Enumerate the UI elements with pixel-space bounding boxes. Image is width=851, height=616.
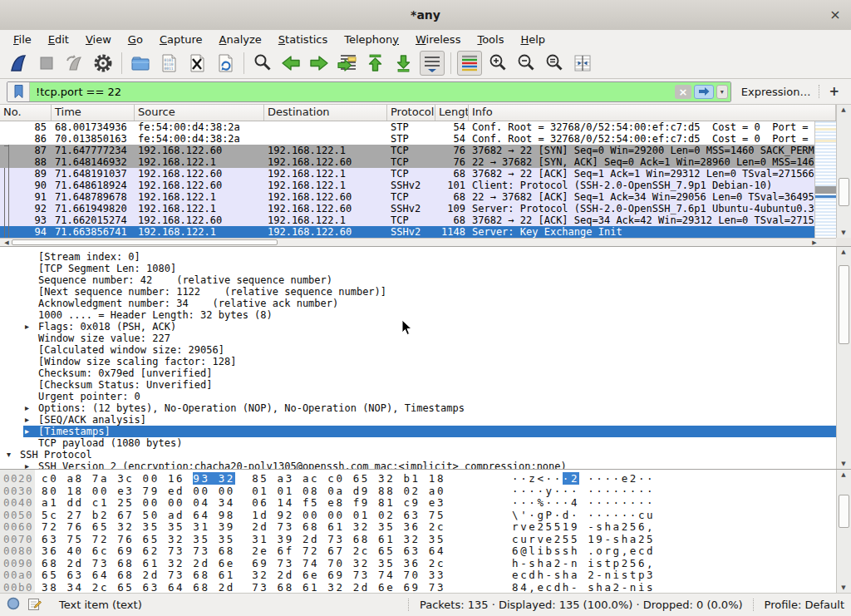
- hex-row[interactable]: 0040a1 dd c1 25 00 00 04 34 06 14 f5 e8 …: [0, 497, 836, 510]
- open-file-button[interactable]: [128, 51, 153, 76]
- packet-row[interactable]: 8971.648191037192.168.122.60192.168.122.…: [0, 168, 814, 180]
- capture-options-button[interactable]: [91, 51, 116, 76]
- go-to-packet-button[interactable]: [335, 51, 360, 76]
- tree-collapsed-icon[interactable]: ▸: [25, 426, 29, 437]
- packet-row[interactable]: 8670.013850163fe:54:00:d4:38:2aSTP54Conf…: [0, 133, 814, 145]
- detail-line[interactable]: [Checksum Status: Unverified]: [0, 379, 836, 391]
- hex-row[interactable]: 006072 76 65 32 35 35 31 39 2d 73 68 61 …: [0, 521, 836, 534]
- hex-row[interactable]: 00505c 27 b2 67 50 ad 64 98 1d 92 00 00 …: [0, 510, 836, 522]
- menu-analyze[interactable]: Analyze: [211, 32, 270, 47]
- detail-line[interactable]: Sequence number: 42 (relative sequence n…: [0, 274, 836, 286]
- menu-capture[interactable]: Capture: [151, 32, 211, 47]
- detail-line[interactable]: ▸[SEQ/ACK analysis]: [0, 414, 836, 426]
- hex-row[interactable]: 00b038 34 2c 65 63 64 68 2d 73 68 61 32 …: [0, 582, 836, 594]
- menu-edit[interactable]: Edit: [40, 32, 77, 47]
- hex-row[interactable]: 009068 2d 73 68 61 32 2d 6e 69 73 74 70 …: [0, 558, 836, 570]
- column-header-no[interactable]: No.: [0, 105, 52, 121]
- column-header-protocol[interactable]: Protocol: [387, 105, 435, 121]
- detail-line[interactable]: Acknowledgment number: 34 (relative ack …: [0, 298, 836, 309]
- packet-list-vscrollbar[interactable]: ▲ ▼: [836, 105, 851, 238]
- auto-scroll-button[interactable]: [420, 51, 445, 76]
- find-packet-button[interactable]: [250, 51, 275, 76]
- filter-dropdown-button[interactable]: ▾: [716, 85, 728, 99]
- hex-row[interactable]: 00a065 63 64 68 2d 73 68 61 32 2d 6e 69 …: [0, 569, 836, 582]
- detail-line[interactable]: [Calculated window size: 29056]: [0, 344, 836, 356]
- scroll-thumb[interactable]: [839, 178, 849, 206]
- colorize-button[interactable]: [457, 51, 482, 76]
- stop-capture-button[interactable]: [34, 51, 59, 76]
- display-filter-box[interactable]: !tcp.port == 22 × ▾: [7, 81, 731, 102]
- intelligent-scrollbar-minimap[interactable]: [814, 121, 836, 238]
- titlebar[interactable]: *any ×: [0, 0, 851, 31]
- detail-line[interactable]: 1000 .... = Header Length: 32 bytes (8): [0, 309, 836, 321]
- restart-capture-button[interactable]: [62, 51, 87, 76]
- zoom-in-button[interactable]: [485, 51, 510, 76]
- column-header-time[interactable]: Time: [52, 105, 135, 121]
- add-filter-button[interactable]: +: [829, 84, 839, 99]
- packet-list-hscrollbar[interactable]: ◀ ▶: [0, 238, 836, 246]
- reload-file-button[interactable]: [213, 51, 238, 76]
- column-header-info[interactable]: Info: [469, 105, 836, 121]
- detail-line[interactable]: ▸Options: (12 bytes), No-Operation (NOP)…: [0, 402, 836, 414]
- detail-line[interactable]: [Window size scaling factor: 128]: [0, 356, 836, 367]
- menu-go[interactable]: Go: [120, 32, 151, 47]
- packet-row[interactable]: 9171.648789678192.168.122.1192.168.122.6…: [0, 191, 814, 203]
- packet-list-header[interactable]: No.TimeSourceDestinationProtocolLengthIn…: [0, 105, 836, 121]
- resize-columns-button[interactable]: [570, 51, 595, 76]
- detail-line[interactable]: TCP payload (1080 bytes): [0, 437, 836, 449]
- scroll-up-icon[interactable]: ▲: [837, 471, 850, 479]
- expression-button[interactable]: Expression…: [741, 86, 811, 98]
- packet-row[interactable]: 8568.001734936fe:54:00:d4:38:2aSTP54Conf…: [0, 121, 814, 133]
- menu-file[interactable]: File: [5, 32, 40, 47]
- menu-telephony[interactable]: Telephony: [336, 32, 407, 47]
- column-header-source[interactable]: Source: [135, 105, 264, 121]
- menu-statistics[interactable]: Statistics: [270, 32, 336, 47]
- packet-row[interactable]: 8871.648146932192.168.122.1192.168.122.6…: [0, 156, 814, 168]
- scroll-thumb[interactable]: [12, 239, 278, 245]
- zoom-out-button[interactable]: [514, 51, 539, 76]
- detail-line[interactable]: ▸Flags: 0x018 (PSH, ACK): [0, 321, 836, 333]
- tree-expanded-icon[interactable]: ▾: [7, 449, 11, 461]
- go-first-button[interactable]: [363, 51, 388, 76]
- packet-row[interactable]: 9071.648618924192.168.122.60192.168.122.…: [0, 180, 814, 191]
- save-file-button[interactable]: 010101100011: [156, 51, 181, 76]
- menu-tools[interactable]: Tools: [469, 32, 512, 47]
- scroll-thumb[interactable]: [839, 265, 849, 344]
- packet-row[interactable]: 9471.663856741192.168.122.1192.168.122.6…: [0, 226, 814, 238]
- expert-info-icon[interactable]: [7, 597, 20, 613]
- packet-row[interactable]: 9371.662015274192.168.122.60192.168.122.…: [0, 214, 814, 226]
- profile-text[interactable]: Profile: Default: [765, 599, 844, 611]
- packet-row[interactable]: 9271.661949820192.168.122.1192.168.122.6…: [0, 203, 814, 214]
- close-file-button[interactable]: [184, 51, 209, 76]
- menu-wireless[interactable]: Wireless: [407, 32, 469, 47]
- detail-line[interactable]: Urgent pointer: 0: [0, 391, 836, 402]
- detail-line[interactable]: Checksum: 0x79ed [unverified]: [0, 367, 836, 379]
- column-header-length[interactable]: Length: [435, 105, 469, 121]
- filter-apply-button[interactable]: [694, 85, 714, 99]
- bytes-vscrollbar[interactable]: ▲ ▼: [836, 470, 851, 593]
- detail-line[interactable]: [Stream index: 0]: [0, 251, 836, 263]
- go-last-button[interactable]: [391, 51, 416, 76]
- detail-line[interactable]: [Next sequence number: 1122 (relative se…: [0, 286, 836, 298]
- scroll-up-icon[interactable]: ▲: [837, 106, 850, 114]
- hex-row[interactable]: 008036 40 6c 69 62 73 73 68 2e 6f 72 67 …: [0, 545, 836, 558]
- menu-help[interactable]: Help: [512, 32, 553, 47]
- capture-comment-icon[interactable]: [27, 597, 42, 614]
- zoom-original-button[interactable]: [542, 51, 567, 76]
- go-forward-button[interactable]: [307, 51, 332, 76]
- detail-line[interactable]: Window size value: 227: [0, 333, 836, 344]
- details-vscrollbar[interactable]: ▲ ▼: [836, 247, 851, 469]
- column-header-destination[interactable]: Destination: [264, 105, 387, 121]
- filter-clear-button[interactable]: ×: [675, 85, 691, 99]
- scroll-down-icon[interactable]: ▼: [837, 584, 850, 592]
- hex-row[interactable]: 007063 75 72 76 65 32 35 35 31 39 2d 73 …: [0, 534, 836, 546]
- scroll-down-icon[interactable]: ▼: [837, 229, 850, 237]
- hex-row[interactable]: 003080 18 00 e3 79 ed 00 00 01 01 08 0a …: [0, 485, 836, 498]
- detail-line[interactable]: ▾SSH Protocol: [0, 449, 836, 461]
- tree-collapsed-icon[interactable]: ▸: [25, 414, 29, 426]
- hex-row[interactable]: 0020c0 a8 7a 3c 00 16 93 32 85 a3 ac c0 …: [0, 473, 836, 485]
- filter-bookmark-icon[interactable]: [7, 82, 30, 101]
- go-back-button[interactable]: [278, 51, 303, 76]
- start-capture-button[interactable]: [6, 51, 31, 76]
- display-filter-input[interactable]: !tcp.port == 22: [30, 82, 675, 101]
